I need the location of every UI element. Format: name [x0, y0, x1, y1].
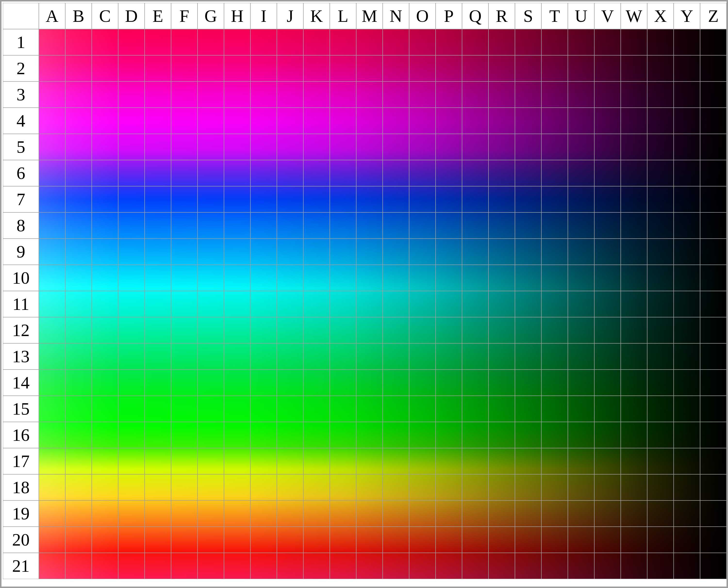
color-cell[interactable] [436, 82, 462, 108]
color-cell[interactable] [356, 238, 383, 265]
color-cell[interactable] [277, 134, 303, 160]
color-cell[interactable] [409, 238, 436, 265]
color-cell[interactable] [568, 108, 594, 134]
color-cell[interactable] [250, 82, 277, 108]
color-cell[interactable] [39, 238, 65, 265]
color-cell[interactable] [250, 238, 277, 265]
color-cell[interactable] [568, 317, 594, 343]
color-cell[interactable] [621, 238, 647, 265]
color-cell[interactable] [224, 501, 250, 527]
color-cell[interactable] [488, 422, 515, 448]
color-cell[interactable] [594, 370, 621, 396]
color-cell[interactable] [568, 527, 594, 553]
color-cell[interactable] [647, 238, 674, 265]
color-cell[interactable] [330, 134, 356, 160]
color-cell[interactable] [65, 527, 92, 553]
color-cell[interactable] [621, 553, 647, 579]
color-cell[interactable] [621, 370, 647, 396]
color-cell[interactable] [198, 553, 224, 579]
color-cell[interactable] [356, 82, 383, 108]
color-cell[interactable] [647, 134, 674, 160]
color-cell[interactable] [277, 291, 303, 317]
color-cell[interactable] [118, 29, 145, 55]
color-cell[interactable] [515, 527, 541, 553]
color-cell[interactable] [39, 553, 65, 579]
color-cell[interactable] [647, 396, 674, 422]
color-cell[interactable] [383, 343, 409, 370]
color-cell[interactable] [515, 160, 541, 186]
color-cell[interactable] [541, 553, 568, 579]
color-cell[interactable] [700, 186, 727, 212]
color-cell[interactable] [541, 265, 568, 291]
color-cell[interactable] [250, 291, 277, 317]
color-cell[interactable] [674, 55, 700, 82]
color-cell[interactable] [462, 501, 488, 527]
color-cell[interactable] [118, 82, 145, 108]
color-cell[interactable] [436, 370, 462, 396]
color-cell[interactable] [330, 527, 356, 553]
color-cell[interactable] [198, 108, 224, 134]
color-cell[interactable] [330, 501, 356, 527]
color-cell[interactable] [409, 186, 436, 212]
color-cell[interactable] [488, 108, 515, 134]
color-cell[interactable] [700, 238, 727, 265]
color-cell[interactable] [171, 448, 198, 474]
color-cell[interactable] [383, 238, 409, 265]
color-cell[interactable] [39, 343, 65, 370]
color-cell[interactable] [277, 474, 303, 501]
color-cell[interactable] [541, 108, 568, 134]
color-cell[interactable] [488, 160, 515, 186]
color-cell[interactable] [356, 501, 383, 527]
color-cell[interactable] [39, 422, 65, 448]
color-cell[interactable] [303, 317, 330, 343]
color-cell[interactable] [224, 317, 250, 343]
color-cell[interactable] [700, 134, 727, 160]
color-cell[interactable] [409, 553, 436, 579]
color-cell[interactable] [436, 186, 462, 212]
color-cell[interactable] [409, 265, 436, 291]
color-cell[interactable] [224, 212, 250, 238]
color-cell[interactable] [118, 186, 145, 212]
color-cell[interactable] [92, 186, 118, 212]
color-cell[interactable] [198, 238, 224, 265]
color-cell[interactable] [568, 501, 594, 527]
color-cell[interactable] [118, 448, 145, 474]
color-cell[interactable] [330, 370, 356, 396]
color-cell[interactable] [409, 291, 436, 317]
color-cell[interactable] [65, 501, 92, 527]
color-cell[interactable] [568, 553, 594, 579]
color-cell[interactable] [39, 134, 65, 160]
color-cell[interactable] [515, 317, 541, 343]
color-cell[interactable] [647, 422, 674, 448]
color-cell[interactable] [92, 55, 118, 82]
color-cell[interactable] [356, 317, 383, 343]
color-cell[interactable] [674, 265, 700, 291]
color-cell[interactable] [568, 212, 594, 238]
color-cell[interactable] [303, 160, 330, 186]
color-cell[interactable] [145, 134, 171, 160]
color-cell[interactable] [594, 422, 621, 448]
color-cell[interactable] [515, 343, 541, 370]
color-cell[interactable] [224, 553, 250, 579]
color-cell[interactable] [568, 265, 594, 291]
color-cell[interactable] [515, 134, 541, 160]
color-cell[interactable] [488, 134, 515, 160]
color-cell[interactable] [250, 55, 277, 82]
color-cell[interactable] [383, 212, 409, 238]
color-cell[interactable] [224, 238, 250, 265]
color-cell[interactable] [594, 291, 621, 317]
color-cell[interactable] [594, 448, 621, 474]
color-cell[interactable] [330, 108, 356, 134]
color-cell[interactable] [383, 291, 409, 317]
color-cell[interactable] [65, 212, 92, 238]
color-cell[interactable] [674, 501, 700, 527]
color-cell[interactable] [409, 317, 436, 343]
color-cell[interactable] [224, 343, 250, 370]
color-cell[interactable] [145, 265, 171, 291]
color-cell[interactable] [383, 265, 409, 291]
color-cell[interactable] [198, 474, 224, 501]
color-cell[interactable] [198, 501, 224, 527]
color-cell[interactable] [39, 501, 65, 527]
color-cell[interactable] [250, 370, 277, 396]
color-cell[interactable] [65, 82, 92, 108]
